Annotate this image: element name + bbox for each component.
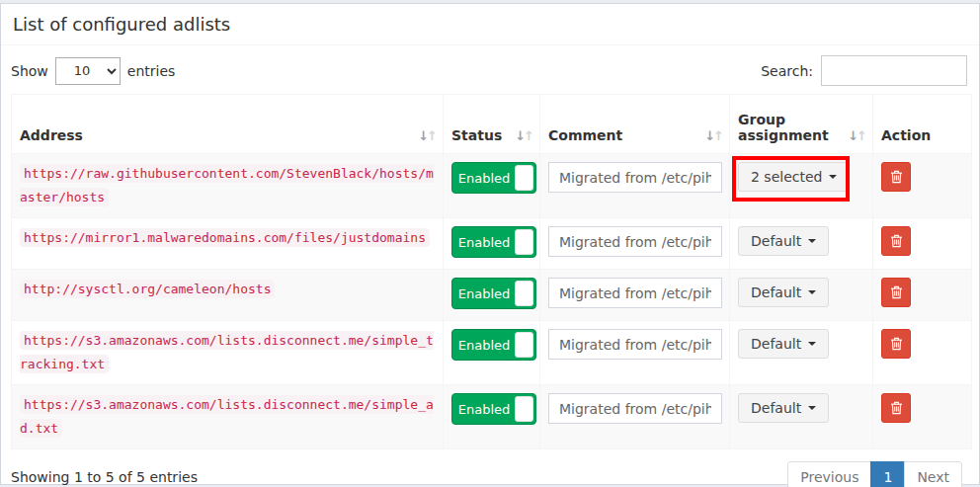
status-enabled-toggle[interactable]: Enabled (451, 162, 536, 194)
action-cell (873, 154, 972, 218)
caret-down-icon (808, 290, 816, 294)
status-cell: Enabled (444, 154, 540, 218)
address-cell: https://mirror1.malwaredomains.com/files… (12, 218, 444, 270)
status-toggle-label: Enabled (452, 279, 516, 308)
table-controls: Show 10 entries Search: (1, 45, 979, 94)
status-enabled-toggle[interactable]: Enabled (451, 226, 536, 258)
group-assignment-dropdown[interactable]: Default (738, 329, 829, 359)
status-enabled-toggle[interactable]: Enabled (451, 278, 536, 309)
action-cell (873, 218, 972, 270)
group-cell: 2 selected (730, 154, 873, 218)
status-cell: Enabled (444, 218, 540, 270)
sort-icon[interactable]: ↓↑ (515, 128, 532, 143)
comment-cell (540, 154, 730, 218)
caret-down-icon (829, 175, 837, 179)
pagination: Previous 1 Next (787, 461, 962, 487)
delete-adlist-button[interactable] (881, 329, 911, 359)
comment-input[interactable] (548, 226, 722, 257)
column-header-address[interactable]: Address ↓↑ (12, 95, 444, 154)
comment-cell (540, 321, 730, 385)
adlist-table-body: https://raw.githubusercontent.com/Steven… (12, 154, 972, 449)
search-label: Search: (761, 63, 813, 79)
comment-input[interactable] (548, 393, 722, 424)
delete-adlist-button[interactable] (881, 393, 911, 423)
group-dropdown-label: Default (751, 400, 801, 416)
adlists-panel: List of configured adlists Show 10 entri… (0, 3, 980, 485)
toggle-handle-icon (515, 332, 533, 358)
group-cell: Default (730, 218, 873, 270)
status-toggle-label: Enabled (452, 163, 516, 193)
status-cell: Enabled (444, 321, 540, 385)
search-input[interactable] (821, 55, 967, 86)
status-toggle-label: Enabled (452, 227, 516, 257)
adlist-url: http://sysctl.org/cameleon/hosts (20, 280, 275, 298)
panel-header: List of configured adlists (1, 4, 979, 45)
toggle-handle-icon (515, 396, 533, 422)
adlist-table-row: https://raw.githubusercontent.com/Steven… (12, 154, 972, 218)
toggle-handle-icon (515, 165, 533, 191)
group-dropdown-label: 2 selected (751, 169, 822, 185)
entries-length-control: Show 10 entries (11, 57, 175, 85)
status-cell: Enabled (444, 270, 540, 321)
status-enabled-toggle[interactable]: Enabled (451, 329, 536, 361)
action-cell (873, 270, 972, 321)
group-assignment-dropdown[interactable]: Default (738, 226, 829, 256)
previous-page-button[interactable]: Previous (787, 461, 871, 487)
address-cell: https://s3.amazonaws.com/lists.disconnec… (12, 321, 444, 385)
adlist-url: https://s3.amazonaws.com/lists.disconnec… (20, 331, 434, 373)
comment-input[interactable] (548, 278, 722, 308)
next-page-button[interactable]: Next (904, 461, 962, 487)
group-dropdown-label: Default (751, 284, 801, 300)
adlist-url: https://mirror1.malwaredomains.com/files… (20, 228, 430, 247)
group-assignment-dropdown[interactable]: Default (738, 278, 829, 307)
show-label: Show (11, 63, 48, 79)
comment-cell (540, 385, 730, 449)
trash-icon (890, 170, 903, 184)
adlist-table-row: https://mirror1.malwaredomains.com/files… (12, 218, 972, 270)
column-header-comment[interactable]: Comment ↓↑ (540, 95, 730, 154)
delete-adlist-button[interactable] (881, 278, 911, 307)
status-cell: Enabled (444, 385, 540, 449)
action-cell (873, 321, 972, 385)
page-title: List of configured adlists (13, 14, 230, 35)
column-header-group-assignment[interactable]: Group assignment ↓↑ (730, 95, 873, 154)
group-dropdown-label: Default (751, 233, 801, 249)
trash-icon (890, 285, 903, 299)
sort-icon[interactable]: ↓↑ (418, 128, 436, 143)
delete-adlist-button[interactable] (881, 226, 911, 256)
toggle-handle-icon (515, 281, 533, 306)
sort-icon[interactable]: ↓↑ (704, 128, 722, 143)
entries-label: entries (127, 63, 176, 79)
trash-icon (890, 234, 903, 248)
address-cell: http://sysctl.org/cameleon/hosts (12, 270, 444, 321)
delete-adlist-button[interactable] (881, 162, 911, 192)
group-cell: Default (730, 270, 873, 321)
table-footer: Showing 1 to 5 of 5 entries Previous 1 N… (1, 449, 979, 487)
group-assignment-dropdown[interactable]: 2 selected (738, 162, 850, 192)
group-dropdown-label: Default (751, 336, 801, 352)
adlists-table: Address ↓↑ Status ↓↑ Comment ↓↑ Group as… (11, 94, 972, 449)
action-cell (873, 385, 972, 449)
search-control: Search: (761, 55, 969, 86)
toggle-handle-icon (515, 229, 533, 255)
caret-down-icon (808, 342, 816, 346)
comment-cell (540, 270, 730, 321)
comment-input[interactable] (548, 329, 722, 360)
sort-icon[interactable]: ↓↑ (848, 128, 865, 143)
address-cell: https://raw.githubusercontent.com/Steven… (12, 154, 444, 218)
caret-down-icon (808, 406, 816, 410)
entries-per-page-select[interactable]: 10 (55, 57, 121, 85)
group-cell: Default (730, 321, 873, 385)
address-cell: https://s3.amazonaws.com/lists.disconnec… (12, 385, 444, 449)
trash-icon (890, 337, 903, 351)
column-header-action: Action (873, 95, 972, 154)
adlist-url: https://raw.githubusercontent.com/Steven… (20, 164, 434, 206)
comment-input[interactable] (548, 162, 722, 193)
adlist-table-row: https://s3.amazonaws.com/lists.disconnec… (12, 385, 972, 449)
status-enabled-toggle[interactable]: Enabled (451, 393, 536, 425)
group-cell: Default (730, 385, 873, 449)
column-header-status[interactable]: Status ↓↑ (444, 95, 540, 154)
group-assignment-dropdown[interactable]: Default (738, 393, 829, 423)
adlists-table-wrap: Address ↓↑ Status ↓↑ Comment ↓↑ Group as… (1, 94, 979, 449)
page-1-button[interactable]: 1 (870, 461, 905, 487)
